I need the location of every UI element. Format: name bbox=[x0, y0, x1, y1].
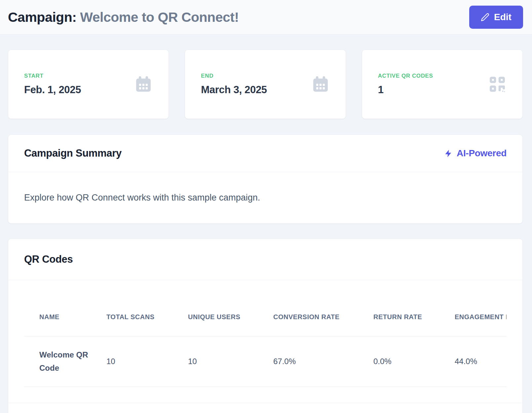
campaign-name: Welcome to QR Connect! bbox=[80, 10, 239, 25]
campaign-summary-body: Explore how QR Connect works with this s… bbox=[8, 172, 522, 223]
cell-return-rate: 0.0% bbox=[358, 336, 439, 387]
page-title-prefix: Campaign: bbox=[8, 10, 76, 25]
stat-text: ACTIVE QR CODES 1 bbox=[378, 73, 433, 96]
stat-value: Feb. 1, 2025 bbox=[24, 84, 81, 96]
column-header-unique-users: UNIQUE USERS bbox=[173, 280, 258, 336]
lightning-bolt-icon bbox=[444, 149, 453, 158]
qr-codes-table-container[interactable]: NAME TOTAL SCANS UNIQUE USERS CONVERSION… bbox=[24, 280, 507, 403]
column-header-name: NAME bbox=[24, 280, 91, 336]
qr-codes-card-footer bbox=[8, 403, 522, 413]
qr-codes-card: QR Codes NAME TOTAL SCANS UNIQUE USERS C… bbox=[8, 239, 523, 413]
stat-label: END bbox=[201, 73, 267, 79]
ai-powered-label: AI-Powered bbox=[457, 148, 507, 159]
qr-codes-title: QR Codes bbox=[24, 253, 73, 265]
stats-row: START Feb. 1, 2025 END bbox=[8, 50, 523, 119]
campaign-summary-header: Campaign Summary AI-Powered bbox=[8, 135, 522, 172]
qr-code-icon bbox=[488, 75, 507, 94]
cell-engagement-rate: 44.0% bbox=[439, 336, 507, 387]
cell-conversion-rate: 67.0% bbox=[258, 336, 358, 387]
campaign-summary-card: Campaign Summary AI-Powered Explore how … bbox=[8, 134, 523, 224]
stat-text: END March 3, 2025 bbox=[201, 73, 267, 96]
page-header: Campaign: Welcome to QR Connect! Edit bbox=[0, 0, 532, 35]
stat-text: START Feb. 1, 2025 bbox=[24, 73, 81, 96]
table-header-row: NAME TOTAL SCANS UNIQUE USERS CONVERSION… bbox=[24, 280, 507, 336]
stat-card-active-qr-codes: ACTIVE QR CODES 1 bbox=[362, 50, 523, 119]
edit-button[interactable]: Edit bbox=[469, 6, 523, 29]
calendar-icon bbox=[311, 75, 330, 94]
page-title: Campaign: Welcome to QR Connect! bbox=[8, 10, 239, 25]
stat-label: ACTIVE QR CODES bbox=[378, 73, 433, 79]
cell-unique-users: 10 bbox=[173, 336, 258, 387]
campaign-summary-title: Campaign Summary bbox=[24, 147, 122, 159]
column-header-total-scans: TOTAL SCANS bbox=[91, 280, 173, 336]
calendar-icon bbox=[134, 75, 153, 94]
edit-button-label: Edit bbox=[494, 12, 512, 22]
cell-total-scans: 10 bbox=[91, 336, 173, 387]
column-header-engagement-rate: ENGAGEMENT RATE bbox=[439, 280, 507, 336]
stat-value: 1 bbox=[378, 84, 433, 96]
campaign-summary-text: Explore how QR Connect works with this s… bbox=[24, 193, 507, 203]
main-content: START Feb. 1, 2025 END bbox=[0, 35, 532, 413]
table-row: Welcome QR Code 10 10 67.0% 0.0% 44.0% bbox=[24, 336, 507, 387]
pencil-icon bbox=[481, 13, 489, 21]
cell-name: Welcome QR Code bbox=[24, 336, 91, 387]
stat-card-end: END March 3, 2025 bbox=[185, 50, 346, 119]
stat-value: March 3, 2025 bbox=[201, 84, 267, 96]
ai-powered-badge: AI-Powered bbox=[444, 148, 507, 159]
qr-codes-table: NAME TOTAL SCANS UNIQUE USERS CONVERSION… bbox=[24, 280, 507, 387]
column-header-conversion-rate: CONVERSION RATE bbox=[258, 280, 358, 336]
stat-card-start: START Feb. 1, 2025 bbox=[8, 50, 169, 119]
stat-label: START bbox=[24, 73, 81, 79]
qr-codes-header: QR Codes bbox=[8, 239, 522, 280]
column-header-return-rate: RETURN RATE bbox=[358, 280, 439, 336]
